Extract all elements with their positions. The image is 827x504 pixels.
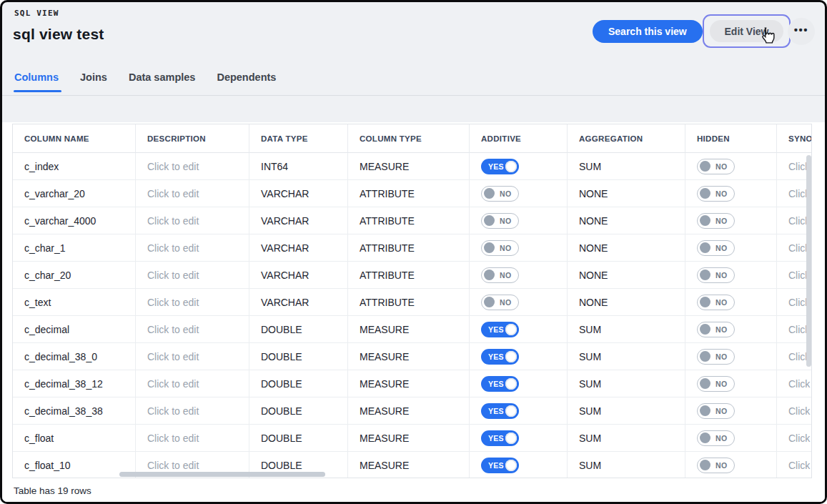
aggregation-cell[interactable]: SUM <box>568 343 685 370</box>
hidden-toggle[interactable]: NO <box>697 213 735 229</box>
column-name-cell: c_float_10 <box>13 452 136 478</box>
additive-cell: YES <box>470 397 568 425</box>
aggregation-cell[interactable]: NONE <box>568 180 685 207</box>
horizontal-scrollbar-thumb[interactable] <box>119 472 325 477</box>
additive-toggle[interactable]: NO <box>481 295 519 310</box>
description-cell[interactable]: Click to edit <box>136 343 249 370</box>
additive-toggle[interactable]: NO <box>481 213 519 229</box>
hidden-toggle[interactable]: NO <box>697 403 735 419</box>
toggle-label: NO <box>715 380 727 388</box>
column-type-cell[interactable]: ATTRIBUTE <box>348 180 470 207</box>
description-cell[interactable]: Click to edit <box>136 234 249 262</box>
column-header-hidden: HIDDEN <box>685 124 777 153</box>
aggregation-cell[interactable]: SUM <box>568 370 685 397</box>
additive-toggle[interactable]: NO <box>481 267 519 283</box>
additive-toggle[interactable]: YES <box>481 403 519 419</box>
description-cell[interactable]: Click to edit <box>136 207 249 234</box>
more-options-button[interactable]: ••• <box>788 18 815 45</box>
toggle-knob-icon <box>700 460 710 470</box>
column-type-cell[interactable]: MEASURE <box>348 452 470 478</box>
additive-toggle[interactable]: YES <box>481 458 519 473</box>
column-name-cell: c_text <box>13 289 136 316</box>
additive-cell: YES <box>470 343 568 370</box>
hidden-cell: NO <box>685 343 777 370</box>
aggregation-cell[interactable]: SUM <box>568 452 685 478</box>
column-name-cell: c_char_20 <box>13 262 136 289</box>
hidden-toggle[interactable]: NO <box>697 159 735 174</box>
column-type-cell[interactable]: MEASURE <box>348 343 470 370</box>
hidden-toggle[interactable]: NO <box>697 322 735 337</box>
toggle-knob-icon <box>484 270 495 280</box>
synonyms-cell[interactable]: Click to edit <box>777 452 812 478</box>
table-row: c_index Click to edit INT64 MEASURE YES … <box>13 153 812 180</box>
additive-cell: NO <box>470 180 568 207</box>
hidden-cell: NO <box>685 452 777 478</box>
hidden-toggle[interactable]: NO <box>697 376 735 392</box>
toggle-label: NO <box>715 162 727 171</box>
data-type-cell: VARCHAR <box>249 289 348 316</box>
aggregation-cell[interactable]: NONE <box>568 289 685 316</box>
hidden-toggle[interactable]: NO <box>697 267 735 283</box>
column-type-cell[interactable]: ATTRIBUTE <box>348 234 470 262</box>
description-cell[interactable]: Click to edit <box>136 180 249 207</box>
vertical-scrollbar-thumb[interactable] <box>806 155 811 367</box>
description-cell[interactable]: Click to edit <box>136 153 249 180</box>
column-type-cell[interactable]: MEASURE <box>348 316 470 343</box>
table-row: c_char_20 Click to edit VARCHAR ATTRIBUT… <box>13 262 812 289</box>
hidden-toggle[interactable]: NO <box>697 240 735 256</box>
additive-toggle[interactable]: NO <box>481 186 519 202</box>
additive-toggle[interactable]: NO <box>481 240 519 256</box>
data-type-cell: VARCHAR <box>249 180 348 207</box>
hidden-toggle[interactable]: NO <box>697 430 735 446</box>
additive-toggle[interactable]: YES <box>481 376 519 392</box>
additive-toggle[interactable]: YES <box>481 159 519 174</box>
description-cell[interactable]: Click to edit <box>136 262 249 289</box>
hidden-cell: NO <box>685 207 777 234</box>
synonyms-cell[interactable]: Click to edit <box>777 397 812 425</box>
hidden-toggle[interactable]: NO <box>697 186 735 202</box>
toggle-label: YES <box>488 325 504 334</box>
toggle-label: NO <box>715 189 727 198</box>
description-cell[interactable]: Click to edit <box>136 370 249 397</box>
aggregation-cell[interactable]: SUM <box>568 425 685 452</box>
column-name-cell: c_varchar_20 <box>13 180 136 207</box>
tab-bar: Columns Joins Data samples Dependents <box>14 71 276 92</box>
hidden-toggle[interactable]: NO <box>697 295 735 310</box>
synonyms-cell[interactable]: Click to edit <box>777 370 812 397</box>
tab-columns[interactable]: Columns <box>14 71 59 92</box>
column-type-cell[interactable]: MEASURE <box>348 370 470 397</box>
column-type-cell[interactable]: MEASURE <box>348 397 470 425</box>
toggle-knob-icon <box>700 188 710 199</box>
data-type-cell: INT64 <box>249 153 348 180</box>
column-type-cell[interactable]: MEASURE <box>348 425 470 452</box>
column-type-cell[interactable]: ATTRIBUTE <box>348 207 470 234</box>
toggle-label: NO <box>715 434 727 443</box>
additive-toggle[interactable]: YES <box>481 349 519 365</box>
aggregation-cell[interactable]: NONE <box>568 234 685 262</box>
synonyms-cell[interactable]: Click to edit <box>777 425 812 452</box>
description-cell[interactable]: Click to edit <box>136 289 249 316</box>
search-this-view-button[interactable]: Search this view <box>593 20 703 43</box>
hidden-toggle[interactable]: NO <box>697 349 735 365</box>
description-cell[interactable]: Click to edit <box>136 425 249 452</box>
description-cell[interactable]: Click to edit <box>136 316 249 343</box>
toggle-knob-icon <box>700 215 710 226</box>
table-row: c_varchar_20 Click to edit VARCHAR ATTRI… <box>13 180 812 207</box>
tab-dependents[interactable]: Dependents <box>217 71 276 92</box>
tab-data-samples[interactable]: Data samples <box>129 71 196 92</box>
column-type-cell[interactable]: ATTRIBUTE <box>348 289 470 316</box>
column-type-cell[interactable]: MEASURE <box>348 153 470 180</box>
description-cell[interactable]: Click to edit <box>136 397 249 425</box>
tab-joins[interactable]: Joins <box>80 71 107 92</box>
aggregation-cell[interactable]: NONE <box>568 207 685 234</box>
aggregation-cell[interactable]: NONE <box>568 262 685 289</box>
column-type-cell[interactable]: ATTRIBUTE <box>348 262 470 289</box>
additive-toggle[interactable]: YES <box>481 430 519 446</box>
toggle-knob-icon <box>505 460 517 471</box>
aggregation-cell[interactable]: SUM <box>568 153 685 180</box>
additive-toggle[interactable]: YES <box>481 322 519 337</box>
aggregation-cell[interactable]: SUM <box>568 397 685 425</box>
aggregation-cell[interactable]: SUM <box>568 316 685 343</box>
hidden-toggle[interactable]: NO <box>697 458 735 473</box>
tabbar-divider <box>2 95 825 96</box>
